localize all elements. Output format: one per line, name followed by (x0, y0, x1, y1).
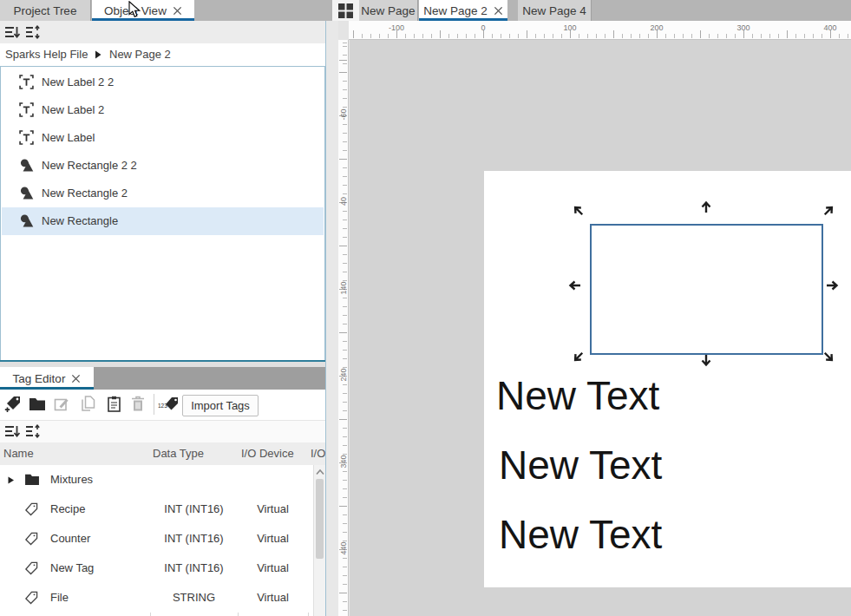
copy-icon (81, 396, 95, 411)
edit-tag-button[interactable] (50, 392, 73, 415)
resize-handle-top-right[interactable] (819, 201, 839, 221)
tag-io-device: Virtual (238, 495, 308, 524)
object-row-new-rectangle-2[interactable]: New Rectangle 2 (2, 180, 324, 207)
tag-name: Mixtures (50, 465, 93, 495)
mouse-cursor (128, 1, 141, 19)
page-surface[interactable]: New Text New Text New Text (484, 171, 851, 587)
resize-handle-top-left[interactable] (569, 201, 589, 221)
shapes-icon (19, 158, 34, 173)
tag-row-new-tag[interactable]: New Tag INT (INT16) Virtual (0, 554, 312, 583)
close-icon[interactable] (494, 6, 503, 16)
copy-tag-button[interactable] (76, 392, 99, 415)
tag-icon (24, 591, 38, 605)
resize-handle-bottom[interactable] (699, 353, 713, 367)
tag-table-body: Mixtures Recipe INT (INT16) Virtual Coun… (0, 465, 325, 616)
tab-new-page-4[interactable]: New Page 4 (518, 0, 592, 21)
add-tag-icon (4, 395, 23, 413)
resize-handle-left[interactable] (568, 279, 582, 292)
tag-name: New Tag (50, 554, 94, 583)
breadcrumb-root[interactable]: Sparks Help File (5, 43, 88, 66)
page-overview-button[interactable] (332, 0, 359, 21)
app-window: Project Tree Object View Sparks Help Fil… (0, 0, 851, 616)
close-icon[interactable] (71, 374, 81, 383)
object-list: New Label 2 2 New Label 2 New Label New … (0, 66, 325, 360)
resize-handle-bottom-left[interactable] (569, 347, 589, 367)
ruler-label: -60 (339, 102, 348, 128)
object-label: New Label 2 2 (42, 69, 114, 96)
ruler-label: 340 (339, 449, 348, 475)
ruler-label: 40 (339, 188, 348, 214)
delete-tag-button[interactable] (127, 392, 149, 415)
arrow-icon (699, 353, 713, 367)
ruler-label: -100 (389, 23, 404, 32)
shapes-icon (19, 186, 34, 200)
tag-data-type: INT (INT16) (150, 495, 238, 524)
shapes-icon (19, 213, 34, 228)
text-object-2[interactable]: New Text (499, 443, 662, 487)
tag-editor-toolbar: 123 Import Tags (0, 390, 325, 421)
close-icon[interactable] (173, 6, 182, 16)
scroll-thumb[interactable] (316, 479, 324, 559)
label-icon (19, 130, 34, 145)
expand-all-button[interactable] (23, 23, 43, 42)
ruler-label: 440 (339, 535, 348, 561)
tag-icon (24, 532, 38, 546)
object-label: New Rectangle 2 2 (42, 152, 137, 180)
text-object-1[interactable]: New Text (496, 374, 659, 417)
breadcrumb: Sparks Help File New Page 2 (0, 43, 325, 66)
scroll-up-icon[interactable] (315, 468, 325, 476)
tag-table-scrollbar[interactable] (313, 465, 325, 616)
number-tag-button[interactable]: 123 (157, 392, 181, 415)
collapse-all-button[interactable] (2, 23, 23, 42)
object-row-new-label-2-2[interactable]: New Label 2 2 (2, 69, 324, 96)
tag-expand-all-button[interactable] (23, 422, 43, 441)
number-tag-icon: 123 (158, 395, 180, 412)
canvas-viewport[interactable]: New Text New Text New Text (350, 40, 851, 616)
tag-row-counter[interactable]: Counter INT (INT16) Virtual (0, 524, 312, 554)
trash-icon (131, 396, 145, 411)
selected-rectangle[interactable] (590, 224, 823, 355)
arrow-icon (568, 279, 582, 292)
resize-handle-right[interactable] (825, 279, 839, 292)
ruler-label: 140 (339, 275, 348, 301)
resize-handle-top[interactable] (699, 200, 713, 214)
toolbar-separator (154, 394, 154, 415)
object-row-new-label[interactable]: New Label (2, 124, 324, 152)
ruler-corner (338, 21, 349, 40)
object-view-toolbar (0, 21, 325, 43)
tab-tag-editor[interactable]: Tag Editor (0, 367, 94, 390)
breadcrumb-current[interactable]: New Page 2 (109, 43, 171, 66)
tab-new-page[interactable]: New Page (359, 0, 418, 21)
tab-object-view[interactable]: Object View (92, 0, 194, 21)
tag-table-header: Name Data Type I/O Device I/O (0, 442, 325, 465)
expand-arrow-icon[interactable] (8, 476, 15, 484)
object-label: New Label (42, 124, 95, 152)
tag-row-mixtures[interactable]: Mixtures (0, 465, 312, 495)
tab-project-tree-label: Project Tree (14, 4, 77, 17)
object-row-new-rectangle-2-2[interactable]: New Rectangle 2 2 (2, 152, 324, 180)
import-tags-button[interactable]: Import Tags (182, 395, 259, 416)
arrow-icon (699, 200, 713, 214)
breadcrumb-arrow-icon (95, 50, 101, 59)
sort-updown-icon (25, 424, 41, 438)
object-row-new-rectangle[interactable]: New Rectangle (2, 207, 324, 235)
add-tag-button[interactable] (2, 392, 24, 415)
edit-icon (54, 396, 69, 411)
ruler-label: 400 (823, 23, 836, 32)
paste-tag-button[interactable] (102, 392, 125, 415)
tag-name: Recipe (50, 495, 85, 524)
tab-project-tree[interactable]: Project Tree (0, 0, 91, 21)
tag-folder-button[interactable] (26, 392, 49, 415)
ruler-label: 300 (736, 23, 750, 32)
tab-new-page-label: New Page (361, 4, 415, 17)
tag-data-type: INT (INT16) (150, 554, 238, 583)
object-row-new-label-2[interactable]: New Label 2 (2, 96, 324, 124)
tag-data-type: INT (INT16) (150, 524, 238, 554)
tab-new-page-2[interactable]: New Page 2 (419, 0, 507, 21)
tag-row-recipe[interactable]: Recipe INT (INT16) Virtual (0, 495, 312, 524)
tag-row-file[interactable]: File STRING Virtual (0, 583, 312, 613)
object-label: New Rectangle (42, 207, 118, 235)
text-object-3[interactable]: New Text (499, 513, 662, 556)
object-label: New Label 2 (42, 96, 104, 124)
tag-collapse-all-button[interactable] (2, 422, 23, 441)
